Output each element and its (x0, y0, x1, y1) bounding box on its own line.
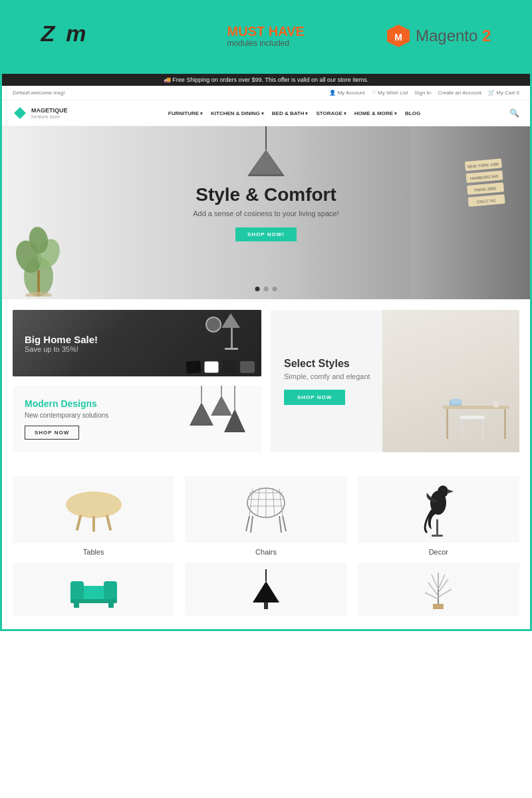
my-account-link[interactable]: 👤 My Account (329, 90, 365, 96)
chairs-image (185, 476, 346, 543)
zemes-m: m (66, 21, 85, 46)
zemes-underline (56, 47, 92, 50)
categories-grid: Tables (13, 476, 519, 556)
hero-title: Style & Comfort (193, 184, 339, 205)
decor-label: Decor (429, 548, 448, 556)
svg-rect-64 (70, 581, 84, 600)
wishlist-link[interactable]: ♡ My Wish List (372, 90, 408, 96)
svg-rect-61 (436, 519, 438, 536)
svg-rect-71 (264, 602, 268, 609)
select-styles-subtitle: Simple, comfy and elegant (284, 372, 370, 380)
promo-section: Big Home Sale! Save up to 35%! (2, 299, 530, 463)
chair-svg (243, 479, 289, 539)
search-icon[interactable]: 🔍 (509, 108, 519, 118)
category-sofa[interactable] (13, 563, 174, 616)
hero-subtitle: Add a sense of cosiness to your living s… (193, 209, 339, 217)
signin-link[interactable]: Sign In (414, 90, 431, 96)
lamp2-image (185, 563, 346, 616)
categories-section: Tables (2, 463, 530, 629)
svg-rect-41 (451, 399, 461, 404)
zemes-logo-container: Zemez (41, 22, 108, 50)
topbar-message: 🚚 Free Shipping on orders over $99. This… (164, 76, 368, 83)
cart-link[interactable]: 🛒 My Cart 0 (488, 90, 519, 96)
category-tables[interactable]: Tables (13, 476, 174, 556)
svg-rect-68 (108, 602, 114, 608)
plant2-image (358, 563, 519, 616)
nav-storage[interactable]: STORAGE (316, 110, 346, 116)
site-nav-menu: FURNITURE KITCHEN & DINING BED & BATH ST… (90, 110, 499, 116)
hero-dot-2[interactable] (264, 287, 269, 291)
svg-point-42 (66, 491, 122, 518)
category-decor[interactable]: Decor (358, 476, 519, 556)
create-account-link[interactable]: Create an Account (438, 90, 481, 96)
clock-decoration (205, 317, 221, 332)
must-have-title: MUST HAVE (227, 24, 305, 39)
svg-line-45 (107, 516, 110, 529)
svg-line-77 (432, 575, 438, 589)
svg-point-60 (438, 485, 448, 497)
tables-label: Tables (83, 548, 104, 556)
magento-icon: M (386, 24, 410, 48)
category-lamp2[interactable] (185, 563, 346, 616)
select-styles-card: Select Styles Simple, comfy and elegant … (271, 310, 519, 452)
nav-links: 👤 My Account ♡ My Wish List Sign In Crea… (329, 90, 519, 96)
sale-card-title: Big Home Sale! (25, 334, 249, 345)
svg-line-56 (279, 516, 281, 533)
magento-logo: M Magento 2 (386, 24, 491, 48)
nav-blog[interactable]: BLOG (405, 110, 420, 116)
svg-rect-62 (432, 535, 443, 537)
hero-dot-3[interactable] (273, 287, 277, 291)
promo-sale-card: Big Home Sale! Save up to 35%! (13, 310, 261, 376)
site-topbar: 🚚 Free Shipping on orders over $99. This… (2, 74, 530, 86)
svg-marker-70 (253, 581, 279, 602)
svg-rect-36 (460, 416, 485, 419)
svg-marker-29 (212, 396, 231, 414)
promo-left-column: Big Home Sale! Save up to 35%! (13, 310, 261, 452)
hero-dot-1[interactable] (255, 287, 260, 291)
svg-rect-65 (104, 581, 117, 600)
hero-plant (15, 197, 62, 299)
svg-rect-37 (462, 419, 463, 439)
zemes-z1: Z (41, 21, 55, 46)
select-styles-title: Select Styles (284, 358, 350, 370)
magento-text: Magento 2 (416, 27, 491, 45)
svg-point-2 (203, 34, 207, 38)
svg-rect-35 (504, 409, 506, 439)
chairs-label: Chairs (255, 548, 277, 556)
must-have-badge: MUST HAVE modules included (190, 19, 305, 53)
hero-section: Style & Comfort Add a sense of cosiness … (2, 126, 530, 299)
svg-line-43 (77, 516, 80, 529)
svg-line-53 (273, 487, 275, 517)
zemes-z2: z (97, 22, 108, 45)
sofa-image (13, 563, 174, 616)
zemes-e1: e (54, 21, 66, 46)
svg-marker-14 (250, 150, 282, 174)
category-chairs[interactable]: Chairs (185, 476, 346, 556)
svg-rect-38 (482, 419, 483, 439)
decor-image (358, 476, 519, 543)
svg-line-57 (246, 516, 249, 531)
sale-card-subtitle: Save up to 35%! (25, 345, 249, 353)
promo-right-column: Select Styles Simple, comfy and elegant … (271, 310, 519, 452)
hero-content: Style & Comfort Add a sense of cosiness … (193, 184, 339, 241)
welcome-msg: Default welcome msg! (13, 90, 65, 96)
nav-furniture[interactable]: FURNITURE (168, 110, 203, 116)
nav-home-more[interactable]: HOME & MORE (354, 110, 397, 116)
category-plant2[interactable] (358, 563, 519, 616)
svg-marker-5 (14, 107, 26, 119)
svg-point-11 (25, 292, 52, 297)
site-logo[interactable]: MAGETIQUE furniture store (13, 106, 79, 120)
must-have-icon (190, 19, 221, 53)
hero-cta-button[interactable]: SHOP NOW! (235, 227, 297, 241)
svg-text:M: M (394, 32, 402, 43)
magento-version: 2 (482, 27, 491, 45)
nav-bed-bath[interactable]: BED & BATH (272, 110, 309, 116)
decor-bird-svg (422, 479, 455, 539)
hero-dots (255, 287, 277, 291)
promo-modern-card: Modern Designs New contemporary solution… (13, 386, 261, 452)
nav-kitchen[interactable]: KITCHEN & DINING (211, 110, 264, 116)
modern-card-cta[interactable]: SHOP NOW (25, 426, 79, 440)
svg-line-78 (438, 575, 445, 589)
select-styles-cta[interactable]: SHOP NOW (284, 390, 345, 405)
svg-rect-33 (443, 406, 509, 409)
